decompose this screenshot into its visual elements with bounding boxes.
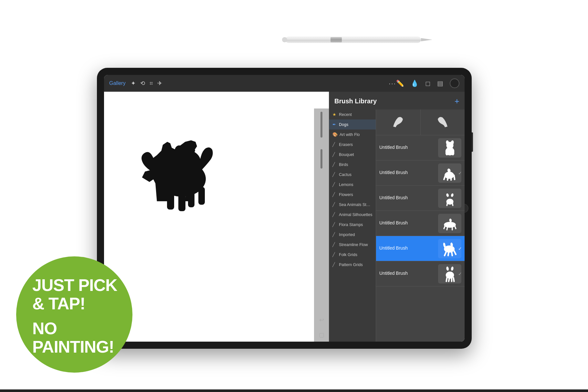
brush-item-6-info: Untitled Brush: [379, 271, 438, 277]
dog-brush-4-svg: [441, 214, 459, 232]
brush-icon-2: ╱: [332, 152, 337, 157]
brush-item-2[interactable]: Untitled Brush: [376, 160, 465, 186]
svg-line-32: [452, 202, 453, 205]
brush-item-1-name: Untitled Brush: [379, 145, 438, 150]
category-bouquet[interactable]: ╱ Bouquet: [329, 150, 376, 160]
add-brush-button[interactable]: +: [455, 96, 459, 106]
draw-tool-button[interactable]: ✏️: [396, 79, 404, 87]
canvas-area[interactable]: Brush Library + ★ Recent ✒ Dogs: [104, 92, 465, 342]
category-flowers[interactable]: ╱ Flowers: [329, 190, 376, 200]
svg-line-26: [454, 175, 455, 180]
category-birds-label: Birds: [339, 162, 348, 167]
category-animal-silhouettes[interactable]: ╱ Animal Silhouettes: [329, 210, 376, 220]
category-flora-stamps[interactable]: ╱ Flora Stamps: [329, 220, 376, 230]
brush-item-4[interactable]: Untitled Brush: [376, 211, 465, 236]
svg-rect-12: [198, 187, 205, 205]
brush-icon-12: ╱: [332, 252, 337, 257]
dog-brush-2-svg: [441, 164, 459, 182]
procreate-topbar: Gallery ✦ ⟲ ⌗ ✈ ··· ✏️ 💧 ◻ ▤: [104, 75, 465, 92]
brush-item-2-check: ✓: [458, 170, 462, 176]
brush-panel-header: Brush Library +: [329, 92, 465, 109]
more-menu-button[interactable]: ···: [389, 80, 396, 87]
transform-icon[interactable]: ⟲: [140, 80, 145, 87]
brush-list: Untitled Brush: [376, 109, 465, 342]
recent-brush-preview-1: [390, 114, 406, 130]
color-picker-button[interactable]: [450, 78, 459, 88]
gallery-button[interactable]: Gallery: [109, 80, 126, 86]
brush-icon-13: ╱: [332, 262, 337, 267]
square-tool-icon[interactable]: ▢: [319, 331, 324, 338]
dog-brush-3-svg: [441, 189, 459, 207]
category-sea-animals[interactable]: ╱ Sea Animals Stamps: [329, 200, 376, 210]
svg-point-29: [446, 193, 449, 197]
brush-icon-3: ╱: [332, 162, 337, 167]
brush-icon-5: ╱: [332, 182, 337, 187]
brush-item-6[interactable]: Untitled Brush: [376, 261, 465, 286]
snapping-icon[interactable]: ✈: [157, 80, 162, 87]
brush-item-6-check: ✓: [458, 271, 462, 276]
category-birds[interactable]: ╱ Birds: [329, 160, 376, 170]
selection-icon[interactable]: ⌗: [150, 80, 153, 87]
brush-item-5[interactable]: Untitled Brush: [376, 236, 465, 261]
dog-silhouette: [130, 121, 233, 224]
brush-item-3[interactable]: Untitled Brush: [376, 186, 465, 211]
brush-panel-body: ★ Recent ✒ Dogs 🎨 Art with Flo ╱: [329, 109, 465, 342]
erase-tool-button[interactable]: ◻: [425, 79, 431, 87]
category-folk-grids[interactable]: ╱ Folk Grids: [329, 250, 376, 260]
category-pattern-label: Pattern Grids: [339, 263, 363, 267]
category-recent[interactable]: ★ Recent: [329, 109, 376, 119]
category-animal-label: Animal Silhouettes: [339, 212, 373, 217]
category-erasers[interactable]: ╱ Erasers: [329, 139, 376, 150]
category-streamline[interactable]: ╱ Streamline Flow: [329, 240, 376, 250]
svg-line-43: [445, 252, 446, 256]
recent-brush-2[interactable]: [421, 109, 465, 135]
svg-rect-3: [282, 37, 287, 42]
svg-rect-10: [178, 190, 185, 211]
layers-button[interactable]: ▤: [437, 79, 443, 87]
apple-pencil: [280, 35, 416, 44]
brush-icon-4: ╱: [332, 172, 337, 177]
brush-item-1[interactable]: Untitled Brush: [376, 135, 465, 160]
brush-icon-11: ╱: [332, 242, 337, 247]
brush-item-5-name: Untitled Brush: [379, 245, 438, 251]
svg-line-45: [452, 252, 452, 256]
svg-line-51: [446, 278, 447, 281]
svg-point-18: [445, 151, 448, 156]
category-streamline-label: Streamline Flow: [339, 242, 368, 247]
undo-icon[interactable]: ↩: [319, 316, 324, 324]
brush-library-panel: Brush Library + ★ Recent ✒ Dogs: [329, 92, 465, 342]
adjust-icon[interactable]: ✦: [131, 80, 136, 87]
green-circle: JUST PICK& TAP! NOPAINTING!: [16, 256, 132, 373]
category-cactus[interactable]: ╱ Cactus: [329, 170, 376, 180]
category-dogs[interactable]: ✒ Dogs: [329, 119, 376, 129]
svg-line-54: [453, 278, 454, 281]
opacity-slider[interactable]: [320, 149, 322, 169]
brush-item-3-info: Untitled Brush: [379, 195, 438, 201]
svg-rect-9: [167, 190, 174, 210]
brush-icon-0: 🎨: [332, 132, 338, 137]
brush-categories: ★ Recent ✒ Dogs 🎨 Art with Flo ╱: [329, 109, 376, 342]
category-dogs-label: Dogs: [339, 122, 348, 127]
brush-icon-8: ╱: [332, 212, 337, 217]
topbar-right-tools: ✏️ 💧 ◻ ▤: [396, 78, 459, 88]
brush-size-slider[interactable]: [320, 112, 322, 138]
category-art-with-flo[interactable]: 🎨 Art with Flo: [329, 129, 376, 139]
brush-item-4-preview: [438, 214, 461, 233]
svg-point-30: [450, 193, 454, 197]
brush-library-title: Brush Library: [334, 98, 377, 105]
recent-brush-preview-2: [435, 114, 451, 130]
svg-line-36: [444, 226, 445, 229]
green-text-pick: JUST PICK& TAP!: [32, 276, 117, 313]
brush-item-1-preview: [438, 138, 461, 158]
category-lemons[interactable]: ╱ Lemons: [329, 180, 376, 190]
dog-brush-1-svg: [441, 139, 459, 157]
smudge-tool-button[interactable]: 💧: [411, 79, 419, 87]
brush-item-5-check: ✓: [458, 246, 462, 251]
category-flora-label: Flora Stamps: [339, 222, 363, 227]
category-imported[interactable]: ╱ Imported: [329, 230, 376, 240]
ipad-power-button[interactable]: [472, 132, 473, 152]
svg-line-44: [448, 252, 449, 256]
category-pattern-grids[interactable]: ╱ Pattern Grids: [329, 260, 376, 270]
bottom-line: [0, 389, 588, 392]
recent-brush-1[interactable]: [376, 109, 421, 135]
